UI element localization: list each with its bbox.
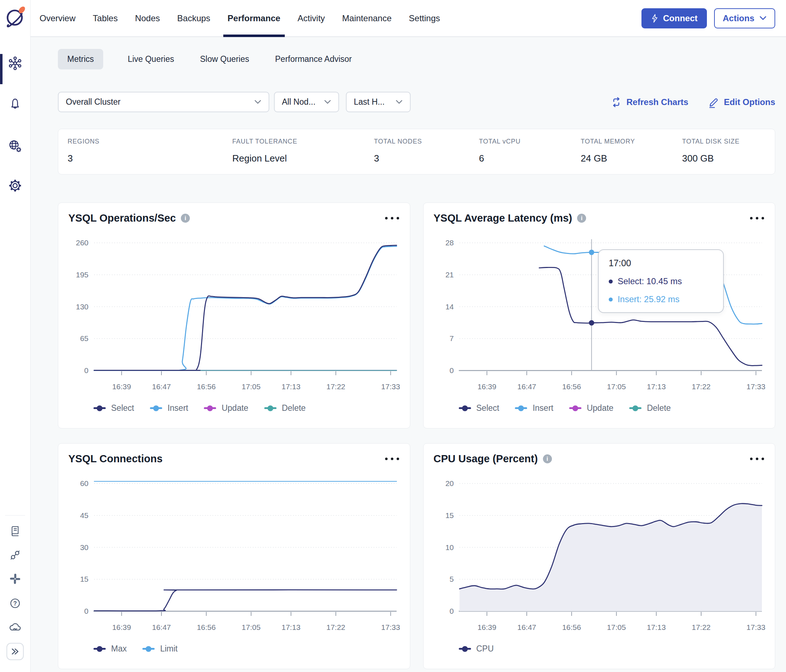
info-icon[interactable]: [577, 214, 586, 223]
chart-menu-button[interactable]: [749, 215, 765, 222]
chart-legend: SelectInsertUpdateDelete: [459, 403, 765, 413]
settings-gear-icon[interactable]: [8, 178, 23, 195]
subtab-slow-queries[interactable]: Slow Queries: [198, 49, 251, 69]
legend-item-select[interactable]: Select: [93, 403, 134, 413]
docs-book-icon[interactable]: [9, 525, 21, 538]
legend-item-cpu[interactable]: CPU: [459, 644, 494, 654]
legend-item-max[interactable]: Max: [93, 644, 127, 654]
chart-title: CPU Usage (Percent): [434, 453, 538, 465]
stat-label: TOTAL MEMORY: [581, 138, 682, 145]
chart-plot: 0714212816:3916:4716:5617:0517:1317:2217…: [434, 232, 765, 403]
cluster-select-value: Overall Cluster: [66, 97, 121, 107]
chart-cpu-usage: CPU Usage (Percent) 0510152016:3916:4716…: [423, 443, 776, 669]
legend-item-update[interactable]: Update: [569, 403, 613, 413]
chart-ysql-latency: YSQL Average Latency (ms) 0714212816:391…: [423, 203, 776, 428]
subtab-metrics[interactable]: Metrics: [58, 49, 103, 69]
legend-marker-icon: [93, 648, 106, 650]
svg-text:45: 45: [80, 511, 88, 519]
svg-text:17:33: 17:33: [381, 382, 400, 391]
stat-label: FAULT TOLERANCE: [232, 138, 374, 145]
connect-button[interactable]: Connect: [641, 8, 707, 28]
legend-marker-icon: [515, 407, 527, 409]
svg-text:16:39: 16:39: [112, 382, 131, 391]
subtab-performance-advisor[interactable]: Performance Advisor: [274, 49, 353, 69]
svg-text:17:22: 17:22: [692, 623, 711, 631]
chart-legend: SelectInsertUpdateDelete: [93, 403, 400, 413]
svg-text:16:47: 16:47: [517, 382, 536, 391]
svg-text:30: 30: [80, 543, 88, 551]
tab-tables[interactable]: Tables: [93, 0, 118, 36]
stat-total-memory: TOTAL MEMORY 24 GB: [581, 138, 682, 164]
edit-options-button[interactable]: Edit Options: [708, 96, 775, 108]
chart-menu-button[interactable]: [749, 455, 765, 462]
series-dot-icon: [609, 297, 613, 301]
legend-item-limit[interactable]: Limit: [142, 644, 178, 654]
legend-item-insert[interactable]: Insert: [515, 403, 553, 413]
info-icon[interactable]: [543, 454, 552, 463]
chart-ysql-operations: YSQL Operations/Sec 06513019526016:3916:…: [58, 203, 410, 428]
cluster-select[interactable]: Overall Cluster: [58, 92, 269, 112]
time-range-select[interactable]: Last H...: [346, 92, 410, 112]
legend-item-update[interactable]: Update: [204, 403, 248, 413]
legend-marker-icon: [264, 407, 277, 409]
legend-marker-icon: [204, 407, 216, 409]
help-icon[interactable]: ?: [9, 597, 22, 611]
chevron-down-icon: [254, 100, 261, 104]
brand-logo[interactable]: [3, 5, 27, 30]
sidebar-expand-button[interactable]: [6, 643, 24, 660]
tooltip-time: 17:00: [609, 258, 713, 268]
tab-overview[interactable]: Overview: [39, 0, 75, 36]
svg-text:0: 0: [450, 607, 454, 615]
svg-text:15: 15: [445, 511, 453, 519]
integrations-plug-icon[interactable]: [9, 549, 22, 563]
active-nav-indicator: [0, 54, 3, 84]
tooltip-row: Insert: 25.92 ms: [609, 294, 713, 304]
svg-text:28: 28: [445, 239, 453, 247]
svg-text:16:39: 16:39: [477, 623, 496, 631]
tab-maintenance[interactable]: Maintenance: [342, 0, 391, 36]
cluster-hub-icon[interactable]: [8, 56, 22, 72]
slack-icon[interactable]: [9, 573, 21, 586]
svg-text:16:47: 16:47: [517, 623, 536, 631]
chart-canvas: 06513019526016:3916:4716:5617:0517:1317:…: [68, 232, 400, 401]
legend-marker-icon: [150, 407, 162, 409]
stat-value: 300 GB: [682, 153, 740, 164]
tab-settings[interactable]: Settings: [409, 0, 440, 36]
stat-total-nodes: TOTAL NODES 3: [374, 138, 479, 164]
stat-value: 24 GB: [581, 153, 682, 164]
legend-item-select[interactable]: Select: [459, 403, 500, 413]
chart-legend: CPU: [459, 644, 765, 654]
refresh-charts-button[interactable]: Refresh Charts: [611, 97, 688, 107]
filter-bar: Overall Cluster All Nod... Last H...: [58, 92, 775, 112]
svg-text:17:05: 17:05: [607, 623, 626, 631]
chevron-down-icon: [759, 16, 767, 20]
subtab-live-queries[interactable]: Live Queries: [126, 49, 176, 69]
top-nav: Overview Tables Nodes Backups Performanc…: [31, 0, 786, 37]
tab-activity[interactable]: Activity: [298, 0, 325, 36]
refresh-icon: [611, 97, 622, 107]
alerts-bell-icon[interactable]: [8, 97, 22, 112]
svg-text:60: 60: [80, 479, 88, 488]
sidebar-divider: [5, 515, 25, 516]
legend-item-delete[interactable]: Delete: [264, 403, 306, 413]
cloud-status-icon[interactable]: [8, 620, 22, 635]
chart-menu-button[interactable]: [384, 455, 400, 462]
svg-text:17:33: 17:33: [381, 623, 400, 631]
chart-menu-button[interactable]: [384, 215, 400, 222]
chart-title: YSQL Average Latency (ms): [434, 212, 572, 224]
legend-marker-icon: [629, 407, 641, 409]
stat-value: 6: [479, 153, 581, 164]
tab-nodes[interactable]: Nodes: [135, 0, 160, 36]
connect-label: Connect: [663, 13, 698, 24]
network-globe-gear-icon[interactable]: [8, 138, 23, 155]
tab-performance[interactable]: Performance: [228, 0, 280, 36]
legend-item-delete[interactable]: Delete: [629, 403, 671, 413]
chart-canvas: 0510152016:3916:4716:5617:0517:1317:2217…: [434, 473, 766, 642]
info-icon[interactable]: [181, 214, 190, 223]
tab-backups[interactable]: Backups: [177, 0, 210, 36]
nodes-select[interactable]: All Nod...: [274, 92, 339, 112]
stat-total-disk: TOTAL DISK SIZE 300 GB: [682, 138, 740, 164]
legend-item-insert[interactable]: Insert: [150, 403, 189, 413]
actions-button[interactable]: Actions: [714, 8, 775, 28]
svg-text:16:47: 16:47: [152, 623, 171, 631]
